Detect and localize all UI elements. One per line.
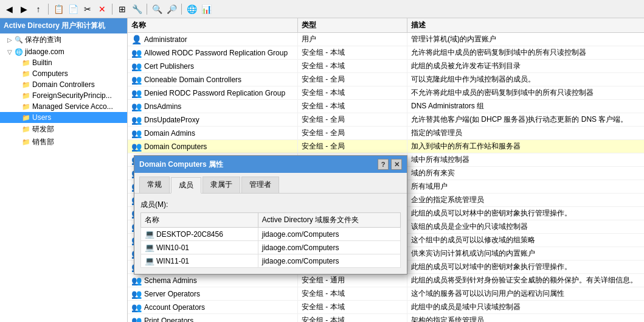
cell-type: 安全组 - 全局 xyxy=(298,140,407,153)
group-icon: 👥 xyxy=(131,289,142,299)
table-row[interactable]: 👥Schema Admins安全组 - 通用此组的成员将受到针对身份验证安全威胁… xyxy=(128,274,644,287)
sep1 xyxy=(48,4,49,15)
table-row[interactable]: 👥Domain Admins安全组 - 全局指定的域管理员 xyxy=(128,127,644,140)
cell-name: 👥Account Operators xyxy=(128,301,298,313)
table-row[interactable]: 👥Print Operators安全组 - 本域架构的指定系统管理员 xyxy=(128,314,644,322)
cell-name: 👥Print Operators xyxy=(128,314,298,322)
dialog-title-buttons: ? ✕ xyxy=(378,159,402,170)
tree-item-sales[interactable]: 📁 销售部 xyxy=(0,136,127,149)
member-folder-cell: jidaoge.com/Computers xyxy=(258,228,400,241)
filter-button[interactable]: 🔍 xyxy=(150,2,164,16)
domainctrl-icon: 📁 xyxy=(22,81,30,89)
group-icon: 👥 xyxy=(131,142,142,152)
group-icon: 👥 xyxy=(131,75,142,85)
tree-item-foreignsec[interactable]: 📁 ForeignSecurityPrincip... xyxy=(0,90,127,101)
delete-button[interactable]: ✕ xyxy=(95,2,109,16)
member-row[interactable]: 💻DESKTOP-20C8456jidaoge.com/Computers xyxy=(141,228,401,241)
table-row[interactable]: 👥Cert Publishers安全组 - 本域此组的成员被允许发布证书到目录 xyxy=(128,60,644,73)
left-panel: Active Directory 用户和计算机 ▷ 🔍 保存的查询 ▽ 🌐 ji… xyxy=(0,18,128,322)
group-icon: 👥 xyxy=(131,128,142,138)
find-button[interactable]: 🔎 xyxy=(165,2,178,16)
cell-desc: 域的所有来宾 xyxy=(407,167,644,180)
cell-name: 👤Administrator xyxy=(128,33,298,46)
cell-name: 👥DnsUpdateProxy xyxy=(128,113,298,126)
tree-item-computers[interactable]: 📁 Computers xyxy=(0,68,127,79)
cut-button[interactable]: ✂ xyxy=(81,2,94,16)
expand-icon: ▷ xyxy=(7,37,15,43)
group-icon: 👥 xyxy=(131,102,142,111)
cell-desc: 该组的成员是企业中的只读域控制器 xyxy=(407,220,644,233)
dialog-tab-members[interactable]: 成员 xyxy=(171,177,201,194)
member-folder-cell: jidaoge.com/Computers xyxy=(258,254,400,268)
cell-desc: 所有域用户 xyxy=(407,180,644,193)
col-header-type[interactable]: 类型 xyxy=(298,18,407,32)
group-icon: 👥 xyxy=(131,303,142,312)
cell-type: 安全组 - 全局 xyxy=(298,127,407,139)
member-name-cell: 💻WIN11-01 xyxy=(141,254,258,268)
dialog-tab-admin[interactable]: 管理者 xyxy=(241,177,279,193)
table-row[interactable]: 👤Administrator用户管理计算机(域)的内置账户 xyxy=(128,33,644,46)
sep4 xyxy=(181,4,182,15)
tree-item-research[interactable]: 📁 研发部 xyxy=(0,123,127,136)
member-row[interactable]: 💻WIN10-01jidaoge.com/Computers xyxy=(141,241,401,254)
group-icon: 👥 xyxy=(131,115,142,125)
table-row[interactable]: 👥DnsAdmins安全组 - 本域DNS Administrators 组 xyxy=(128,100,644,113)
cell-desc: 这个组中的成员可以以修改域的组策略 xyxy=(407,234,644,247)
table-row[interactable]: 👥DnsUpdateProxy安全组 - 全局允许替其他客户端(如 DHCP 服… xyxy=(128,113,644,127)
domain-button[interactable]: 🌐 xyxy=(185,2,198,16)
group-icon: 👥 xyxy=(131,48,142,58)
forward-button[interactable]: ▶ xyxy=(17,2,30,16)
computer-icon: 💻 xyxy=(145,229,154,239)
table-row[interactable]: 👥Allowed RODC Password Replication Group… xyxy=(128,46,644,60)
properties-button[interactable]: 🔧 xyxy=(130,2,144,16)
members-col-folder: Active Directory 域服务文件夹 xyxy=(258,213,400,228)
cell-type: 安全组 - 本域 xyxy=(298,287,407,300)
cell-desc: 此组的成员被允许发布证书到目录 xyxy=(407,60,644,72)
table-row[interactable]: 👥Cloneable Domain Controllers安全组 - 全局可以克… xyxy=(128,73,644,86)
table-row[interactable]: 👥Server Operators安全组 - 本域这个域的服务器可以以访问用户的… xyxy=(128,287,644,301)
paste-button[interactable]: 📄 xyxy=(66,2,80,16)
tree-item-saved[interactable]: ▷ 🔍 保存的查询 xyxy=(0,33,127,46)
cell-type: 安全组 - 本域 xyxy=(298,60,407,72)
dialog-close-button[interactable]: ✕ xyxy=(391,159,402,170)
table-row[interactable]: 👥Denied RODC Password Replication Group安… xyxy=(128,86,644,100)
col-header-desc[interactable]: 描述 xyxy=(407,18,644,32)
group-icon: 👥 xyxy=(131,316,142,323)
group-icon: 👥 xyxy=(131,276,142,285)
tree-item-users[interactable]: 📁 Users xyxy=(0,112,127,123)
member-row[interactable]: 💻WIN11-01jidaoge.com/Computers xyxy=(141,254,401,268)
col-header-name[interactable]: 名称 xyxy=(128,18,298,32)
cell-desc: 不允许将此组中成员的密码复制到域中的所有只读控制器 xyxy=(407,86,644,99)
cell-desc: 管理计算机(域)的内置账户 xyxy=(407,33,644,46)
cell-type: 安全组 - 全局 xyxy=(298,113,407,126)
cell-type: 安全组 - 本域 xyxy=(298,46,407,59)
back-button[interactable]: ◀ xyxy=(2,2,16,16)
table-row[interactable]: 👥Domain Computers安全组 - 全局加入到域中的所有工作站和服务器 xyxy=(128,140,644,153)
dialog-help-button[interactable]: ? xyxy=(378,159,389,170)
tree-item-domainctrl[interactable]: 📁 Domain Controllers xyxy=(0,79,127,90)
copy-button[interactable]: 📋 xyxy=(52,2,65,16)
left-panel-header: Active Directory 用户和计算机 xyxy=(0,18,127,33)
cell-type: 安全组 - 本域 xyxy=(298,100,407,113)
cell-desc: 此组的成员可以对林中的密钥对象执行管理操作。 xyxy=(407,207,644,220)
properties-dialog[interactable]: Domain Computers 属性 ? ✕ 常规 成员 隶属于 管理者 成员… xyxy=(134,155,407,275)
dialog-tab-general[interactable]: 常规 xyxy=(139,177,170,193)
sales-icon: 📁 xyxy=(22,138,30,146)
member-folder-cell: jidaoge.com/Computers xyxy=(258,241,400,254)
cell-name: 👥Server Operators xyxy=(128,287,298,300)
table-row[interactable]: 👥Account Operators安全组 - 本域此组中的成员是域中只读域控制… xyxy=(128,301,644,314)
cell-desc: 可以克隆此组中作为域控制器的成员。 xyxy=(407,73,644,86)
up-button[interactable]: ↑ xyxy=(32,2,45,16)
expand-icon-domain: ▽ xyxy=(7,49,15,55)
members-table: 名称 Active Directory 域服务文件夹 💻DESKTOP-20C8… xyxy=(140,212,401,268)
member-name-cell: 💻DESKTOP-20C8456 xyxy=(141,228,258,241)
policy-button[interactable]: 📊 xyxy=(199,2,213,16)
dialog-tab-memberof[interactable]: 隶属于 xyxy=(203,177,240,193)
member-name-cell: 💻WIN10-01 xyxy=(141,241,258,254)
tree-item-managed[interactable]: 📁 Managed Service Acco... xyxy=(0,101,127,112)
cell-type: 安全组 - 本域 xyxy=(298,301,407,313)
tree-item-builtin[interactable]: 📁 Builtin xyxy=(0,57,127,68)
view-button[interactable]: ⊞ xyxy=(116,2,129,16)
tree-item-domain[interactable]: ▽ 🌐 jidaoge.com xyxy=(0,46,127,57)
computer-icon: 💻 xyxy=(145,256,154,265)
